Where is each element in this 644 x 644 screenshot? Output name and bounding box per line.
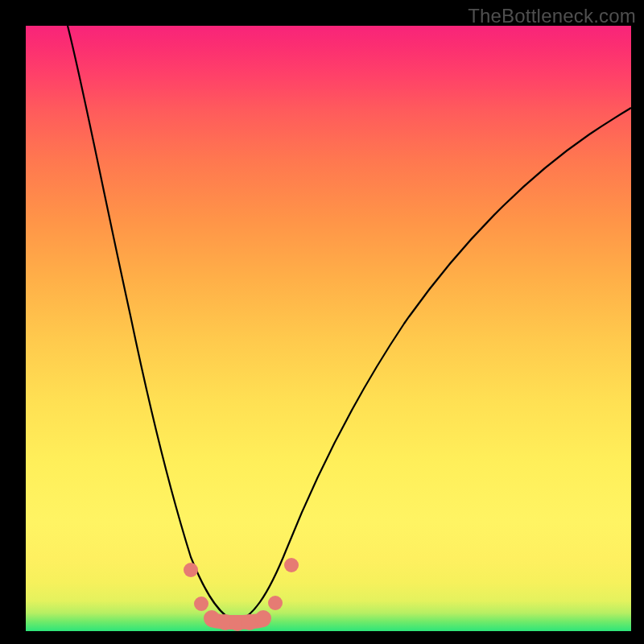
marker-dot xyxy=(184,563,198,577)
watermark-text: TheBottleneck.com xyxy=(468,5,636,27)
plot-area xyxy=(26,26,631,631)
marker-dot xyxy=(284,558,299,572)
marker-dot xyxy=(255,610,271,626)
marker-dot xyxy=(242,614,258,630)
marker-dot xyxy=(204,610,220,626)
marker-dot xyxy=(194,597,208,611)
curve-svg xyxy=(26,26,631,631)
chart-frame: TheBottleneck.com xyxy=(0,0,644,644)
bottleneck-curve xyxy=(68,26,631,621)
marker-dot xyxy=(268,596,283,610)
